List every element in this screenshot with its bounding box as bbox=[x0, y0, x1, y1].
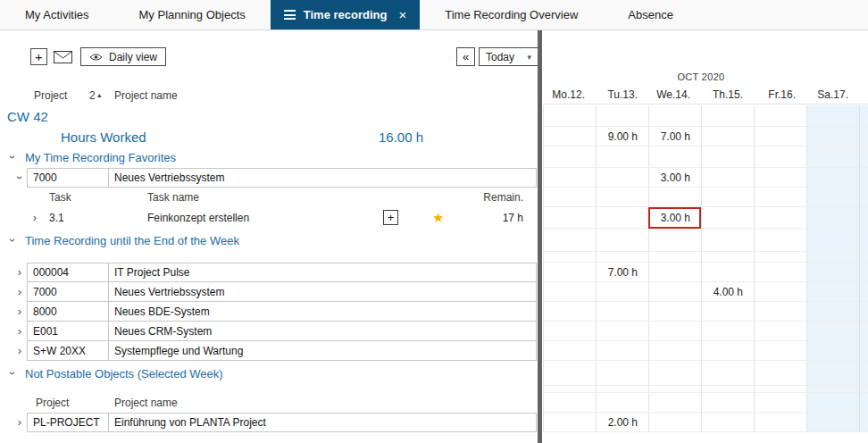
project-code-cell[interactable]: E001 bbox=[27, 322, 109, 341]
sort-indicator[interactable]: 2▲ bbox=[89, 89, 103, 102]
time-cell[interactable] bbox=[701, 263, 754, 282]
expander-icon[interactable]: › bbox=[14, 417, 25, 428]
view-mode-select[interactable]: Daily view bbox=[80, 47, 166, 66]
time-cell[interactable] bbox=[543, 322, 596, 341]
time-cell[interactable] bbox=[754, 322, 806, 341]
time-cell[interactable] bbox=[543, 282, 596, 302]
collapse-icon[interactable]: › bbox=[7, 235, 18, 246]
time-cell-weekend[interactable] bbox=[806, 207, 859, 229]
project-name-cell[interactable]: Einführung von PLANTA Project bbox=[108, 413, 537, 432]
time-cell[interactable] bbox=[543, 207, 596, 229]
close-tab-icon[interactable]: × bbox=[398, 7, 406, 22]
hours-worked-total: 16.00 h bbox=[379, 127, 423, 146]
time-cell-weekend[interactable] bbox=[806, 282, 859, 302]
time-cell[interactable] bbox=[701, 168, 754, 188]
time-cell[interactable] bbox=[754, 168, 806, 188]
tab-absence[interactable]: Absence bbox=[603, 0, 698, 29]
time-cell[interactable] bbox=[754, 263, 806, 282]
time-cell[interactable] bbox=[648, 322, 701, 341]
expander-icon[interactable]: › bbox=[14, 306, 25, 317]
time-cell[interactable] bbox=[701, 341, 754, 361]
grid-filler bbox=[859, 263, 868, 282]
time-cell[interactable] bbox=[754, 282, 806, 302]
expander-icon[interactable]: › bbox=[29, 213, 40, 223]
time-cell[interactable] bbox=[648, 341, 701, 361]
project-name-cell[interactable]: Neues Vertriebssystem bbox=[108, 282, 537, 302]
section-title-not-postable[interactable]: Not Postable Objects (Selected Week) bbox=[25, 361, 223, 386]
time-cell-weekend[interactable] bbox=[806, 302, 859, 322]
time-cell[interactable] bbox=[701, 207, 754, 229]
section-title-favorites[interactable]: My Time Recording Favorites bbox=[25, 146, 176, 168]
project-code-cell[interactable]: PL-PROJECT bbox=[27, 413, 109, 432]
time-cell[interactable] bbox=[754, 302, 806, 322]
time-cell[interactable]: 3.00 h bbox=[648, 168, 701, 188]
time-cell[interactable]: 2.00 h bbox=[596, 413, 648, 432]
time-cell[interactable]: 7.00 h bbox=[596, 263, 648, 282]
expander-icon[interactable]: › bbox=[14, 287, 25, 297]
time-cell-weekend[interactable] bbox=[806, 413, 859, 432]
grid-cell bbox=[754, 393, 806, 413]
pane-splitter[interactable] bbox=[538, 30, 542, 443]
section-title-week[interactable]: Time Recording until the End of the Week bbox=[25, 229, 239, 252]
time-cell[interactable] bbox=[596, 322, 648, 341]
project-name-cell[interactable]: Systempflege und Wartung bbox=[108, 341, 537, 361]
time-cell-weekend[interactable] bbox=[806, 341, 859, 361]
expander-icon[interactable]: › bbox=[14, 326, 25, 337]
time-cell[interactable] bbox=[596, 168, 648, 188]
time-cell[interactable] bbox=[596, 207, 648, 229]
project-code-cell[interactable]: 000004 bbox=[27, 263, 109, 282]
project-name-cell[interactable]: IT Project Pulse bbox=[108, 263, 537, 282]
time-cell[interactable] bbox=[701, 413, 754, 432]
tab-my-planning-objects[interactable]: My Planning Objects bbox=[114, 0, 271, 29]
collapse-icon[interactable]: › bbox=[7, 152, 18, 163]
add-booking-button[interactable]: + bbox=[383, 210, 398, 225]
time-cell[interactable]: 4.00 h bbox=[701, 282, 754, 302]
time-cell[interactable] bbox=[543, 168, 596, 188]
hamburger-menu-icon[interactable] bbox=[284, 8, 296, 22]
grid-cell-weekend bbox=[806, 127, 859, 146]
add-button[interactable]: + bbox=[30, 48, 47, 65]
time-cell-weekend[interactable] bbox=[806, 168, 859, 188]
time-cell[interactable] bbox=[701, 322, 754, 341]
time-cell[interactable] bbox=[543, 341, 596, 361]
time-cell[interactable] bbox=[648, 263, 701, 282]
time-cell[interactable] bbox=[648, 282, 701, 302]
expander-icon[interactable]: › bbox=[14, 346, 25, 356]
previous-period-button[interactable]: « bbox=[456, 47, 475, 66]
time-cell[interactable] bbox=[543, 413, 596, 432]
expander-icon[interactable]: › bbox=[14, 172, 25, 183]
time-cell-weekend[interactable] bbox=[806, 263, 859, 282]
favorite-star-icon[interactable]: ★ bbox=[432, 207, 444, 229]
task-name[interactable]: Feinkonzept erstellen bbox=[147, 207, 249, 229]
time-cell[interactable] bbox=[543, 263, 596, 282]
tab-my-activities[interactable]: My Activities bbox=[0, 0, 114, 29]
grid-cell bbox=[754, 188, 806, 207]
tab-time-recording[interactable]: Time recording × bbox=[271, 0, 420, 29]
time-cell[interactable] bbox=[596, 282, 648, 302]
time-cell[interactable] bbox=[543, 302, 596, 322]
time-cell[interactable] bbox=[754, 341, 806, 361]
tab-time-recording-overview[interactable]: Time Recording Overview bbox=[420, 0, 603, 29]
mail-icon[interactable] bbox=[54, 51, 72, 63]
project-code-cell[interactable]: S+W 20XX bbox=[27, 341, 109, 361]
project-code-cell[interactable]: 7000 bbox=[27, 282, 109, 302]
grid-cell bbox=[596, 361, 648, 386]
time-cell[interactable] bbox=[596, 302, 648, 322]
time-cell[interactable] bbox=[648, 413, 701, 432]
project-name-cell[interactable]: Neues CRM-System bbox=[108, 322, 537, 341]
project-name-cell[interactable]: Neues Vertriebssystem bbox=[108, 168, 537, 188]
project-code-cell[interactable]: 8000 bbox=[27, 302, 109, 322]
time-cell-weekend[interactable] bbox=[806, 322, 859, 341]
time-cell[interactable] bbox=[596, 341, 648, 361]
project-code-cell[interactable]: 7000 bbox=[27, 168, 109, 188]
time-cell[interactable] bbox=[701, 302, 754, 322]
today-button[interactable]: Today ▾ bbox=[479, 47, 538, 66]
expander-icon[interactable]: › bbox=[14, 267, 25, 278]
time-cell[interactable] bbox=[754, 413, 806, 432]
time-cell-highlighted[interactable]: 3.00 h bbox=[648, 207, 701, 229]
column-header-project[interactable]: Project bbox=[34, 89, 67, 102]
time-cell[interactable] bbox=[648, 302, 701, 322]
time-cell[interactable] bbox=[754, 207, 806, 229]
project-name-cell[interactable]: Neues BDE-System bbox=[108, 302, 537, 322]
collapse-icon[interactable]: › bbox=[7, 368, 18, 379]
